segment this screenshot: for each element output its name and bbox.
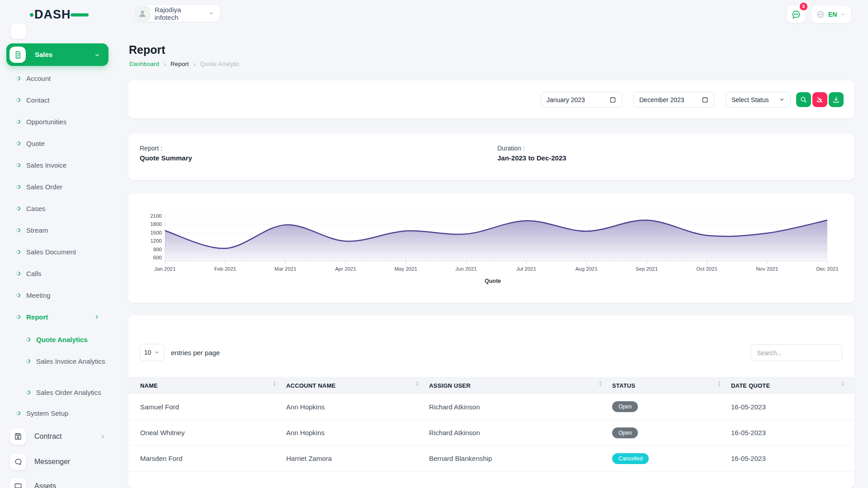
company-switcher[interactable]: Rajodiya infotech: [133, 5, 220, 22]
chevron-down-icon: [208, 10, 214, 16]
sidebar-item-label: Sales Order: [26, 183, 62, 191]
sidebar-item-system-setup[interactable]: System Setup: [16, 409, 68, 417]
sidebar-group-label: Messenger: [34, 458, 70, 466]
language-code: EN: [828, 11, 837, 18]
breadcrumb-quote-analytic: Quote Analytic: [200, 61, 240, 67]
sidebar-group-sales[interactable]: Sales: [6, 43, 108, 66]
table-row: Marsden FordHarriet ZamoraBernard Blanke…: [128, 446, 854, 471]
bullet-icon: [15, 75, 21, 81]
entries-per-page-select[interactable]: 10: [139, 344, 165, 361]
sidebar-item-label: Contact: [26, 96, 50, 104]
y-axis-tick: 2100: [150, 213, 162, 219]
messages-button[interactable]: 0: [787, 5, 806, 23]
start-month-input[interactable]: January 2023: [541, 92, 622, 108]
cell-account-name: Ann Hopkins: [286, 394, 429, 420]
apply-filter-button[interactable]: [796, 92, 811, 107]
svg-text:DASH: DASH: [34, 8, 71, 21]
end-month-input[interactable]: December 2023: [633, 92, 714, 108]
sidebar-item-label: System Setup: [26, 409, 68, 417]
cell-status: Open: [612, 420, 731, 446]
column-header-account-name[interactable]: ACCOUNT NAME▲▼: [286, 377, 429, 394]
sidebar-item-sales-invoice[interactable]: Sales Invoice: [16, 161, 66, 169]
status-badge: Open: [612, 401, 638, 412]
cell-date-quote: 16-05-2023: [731, 420, 854, 446]
bullet-icon: [25, 389, 31, 395]
table-body: Samuel FordAnn HopkinsRichard AtkinsonOp…: [128, 394, 854, 471]
column-header-assign-user[interactable]: ASSIGN USER▲▼: [429, 377, 612, 394]
language-selector[interactable]: EN: [811, 5, 852, 23]
company-name: Rajodiya infotech: [155, 6, 204, 21]
breadcrumb-dashboard[interactable]: Dashboard: [129, 61, 159, 67]
sidebar-subitem-label: Quote Analytics: [36, 335, 88, 344]
eraser-slash-icon: [816, 96, 824, 103]
sidebar-item-quote[interactable]: Quote: [16, 140, 45, 147]
sidebar-item-label: Account: [26, 75, 51, 82]
scrolled-menu-icon-box: [11, 23, 26, 39]
reset-filter-button[interactable]: [812, 92, 827, 107]
bullet-icon: [15, 271, 21, 277]
y-axis-tick: 1800: [150, 221, 162, 227]
calendar-icon: [609, 96, 616, 103]
sidebar-item-cases[interactable]: Cases: [16, 205, 46, 212]
breadcrumb-separator: ›: [164, 60, 166, 68]
breadcrumb-report[interactable]: Report: [170, 61, 189, 67]
entries-per-page-label: entries per page: [171, 349, 220, 357]
cell-status: Open: [612, 394, 731, 420]
table-search-input[interactable]: [750, 344, 842, 361]
sidebar-item-meeting[interactable]: Meeting: [16, 291, 50, 299]
table-card: 10 entries per page NAME▲▼ACCOUNT NAME▲▼…: [128, 315, 854, 488]
dash-logo: DASH: [29, 5, 90, 23]
sidebar-item-label: Calls: [26, 270, 41, 277]
sidebar-group-label: Contract: [34, 432, 61, 441]
status-badge: Open: [612, 427, 638, 438]
sidebar-item-sales-document[interactable]: Sales Document: [16, 248, 76, 256]
report-value: Quote Summary: [140, 154, 192, 162]
sidebar-subitem-sales-invoice-analytics[interactable]: Sales Invoice Analytics: [26, 357, 105, 366]
status-select[interactable]: Select Status: [726, 92, 791, 108]
chevron-right-icon: [94, 314, 100, 320]
table-header: NAME▲▼ACCOUNT NAME▲▼ASSIGN USER▲▼STATUS▲…: [128, 377, 854, 394]
x-axis-label: Nov 2021: [756, 266, 778, 272]
bullet-icon: [15, 292, 21, 298]
sidebar-item-calls[interactable]: Calls: [16, 270, 41, 277]
column-header-date-quote[interactable]: DATE QUOTE▲▼: [731, 377, 854, 394]
sidebar-item-account[interactable]: Account: [16, 75, 51, 82]
sidebar-item-opportunities[interactable]: Opportunities: [16, 118, 66, 126]
bullet-icon: [15, 119, 21, 125]
y-axis-tick: 600: [153, 255, 162, 260]
area-fill: [165, 220, 827, 261]
status-select-value: Select Status: [731, 96, 769, 103]
sidebar-group-contract[interactable]: Contract: [10, 428, 106, 445]
status-badge: Cancelled: [612, 453, 649, 464]
sidebar-item-contact[interactable]: Contact: [16, 96, 50, 104]
duration-label: Duration :: [497, 145, 525, 152]
sidebar-subitem-quote-analytics[interactable]: Quote Analytics: [26, 335, 88, 344]
sidebar-group-label: Assets: [34, 482, 56, 488]
sidebar-subitem-label: Sales Invoice Analytics: [36, 357, 105, 366]
sort-icon: ▲▼: [717, 380, 721, 387]
app-root: DASH Rajodiya infotech 0 EN: [0, 0, 868, 488]
sidebar-group-assets[interactable]: Assets: [10, 478, 56, 488]
sidebar-subitem-sales-order-analytics[interactable]: Sales Order Analytics: [26, 388, 101, 397]
sidebar-item-stream[interactable]: Stream: [16, 226, 48, 234]
x-axis-label: Jun 2021: [455, 266, 476, 272]
quotes-table: NAME▲▼ACCOUNT NAME▲▼ASSIGN USER▲▼STATUS▲…: [128, 377, 854, 472]
bullet-icon: [25, 358, 31, 364]
column-header-name[interactable]: NAME▲▼: [128, 377, 286, 394]
x-axis-label: Feb 2021: [214, 266, 236, 272]
sidebar-group-messenger[interactable]: Messenger: [10, 454, 70, 470]
logo-dash-icon: [71, 14, 89, 17]
sidebar-item-report[interactable]: Report: [16, 313, 48, 321]
bullet-icon: [15, 162, 21, 168]
report-label: Report :: [140, 145, 162, 152]
sidebar-item-sales-order[interactable]: Sales Order: [16, 183, 62, 191]
chevron-down-icon: [154, 350, 160, 355]
column-header-status[interactable]: STATUS▲▼: [612, 377, 731, 394]
chevron-down-icon: [840, 12, 845, 17]
bullet-icon: [15, 141, 21, 146]
table-row: Samuel FordAnn HopkinsRichard AtkinsonOp…: [128, 394, 854, 420]
download-report-button[interactable]: [829, 92, 844, 107]
sort-icon: ▲▼: [599, 380, 602, 387]
bullet-icon: [15, 206, 21, 211]
sidebar-item-label: Quote: [26, 140, 45, 147]
